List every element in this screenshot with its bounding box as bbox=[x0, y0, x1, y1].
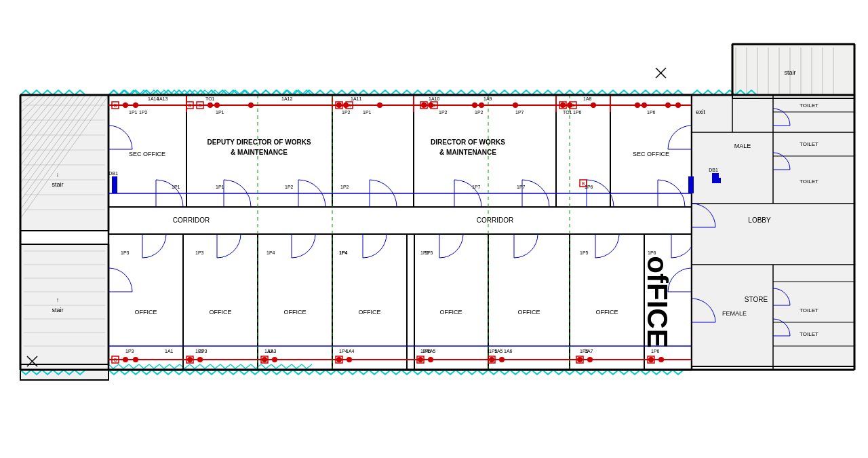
floor-plan bbox=[0, 0, 868, 458]
